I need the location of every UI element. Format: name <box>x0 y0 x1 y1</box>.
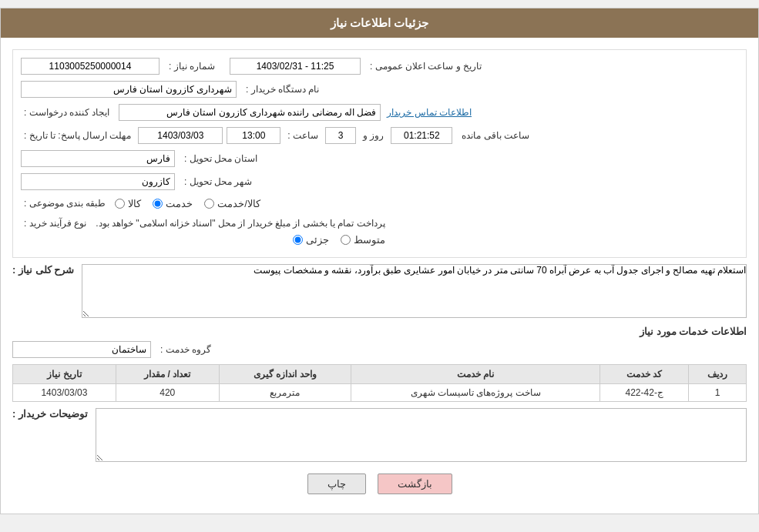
category-radio-kala-khadamat[interactable]: کالا/خدمت <box>204 198 260 209</box>
row-deadline: ساعت باقی مانده روز و ساعت : مهلت ارسال … <box>21 127 738 144</box>
col-unit: واحد اندازه گیری <box>219 365 351 384</box>
service-group-label: گروه خدمت : <box>157 343 214 356</box>
buyer-notes-label: توضیحات خریدار : <box>12 408 88 420</box>
cell-row: 1 <box>689 384 747 402</box>
description-textarea[interactable] <box>82 264 747 318</box>
services-table-container: ردیف کد خدمت نام خدمت واحد اندازه گیری ت… <box>12 364 747 402</box>
radio-kala[interactable] <box>115 199 125 209</box>
remaining-label: ساعت باقی مانده <box>458 129 532 142</box>
row-city: شهر محل تحویل : <box>21 173 738 190</box>
cell-name: ساخت پروژه‌های تاسیسات شهری <box>351 384 599 402</box>
process-radio-medium[interactable]: متوسط <box>341 234 385 246</box>
row-buyer-org: نام دستگاه خریدار : <box>21 81 738 98</box>
cell-date: 1403/03/03 <box>13 384 116 402</box>
process-radio-partial[interactable]: جزئی <box>293 234 329 246</box>
buyer-notes-textarea[interactable] <box>96 408 747 462</box>
days-value[interactable] <box>325 127 356 144</box>
description-label: شرح کلی نیاز : <box>12 264 74 276</box>
province-value[interactable] <box>21 150 175 167</box>
top-info-section: تاریخ و ساعت اعلان عمومی : شماره نیاز : … <box>12 49 747 258</box>
number-value[interactable] <box>21 58 160 75</box>
province-label: استان محل تحویل : <box>181 152 260 166</box>
page-title: جزئیات اطلاعات نیاز <box>331 16 428 29</box>
category-radio-khadamat[interactable]: خدمت <box>153 198 193 209</box>
city-label: شهر محل تحویل : <box>181 175 255 189</box>
buyer-notes-section: توضیحات خریدار : <box>12 408 747 462</box>
deadline-label: مهلت ارسال پاسخ: تا تاریخ : <box>21 129 134 142</box>
button-row: بازگشت چاپ <box>12 473 747 494</box>
radio-partial[interactable] <box>293 235 303 245</box>
cell-unit: مترمربع <box>219 384 351 402</box>
radio-khadamat[interactable] <box>153 199 163 209</box>
announce-label: تاریخ و ساعت اعلان عمومی : <box>367 59 485 73</box>
col-date: تاریخ نیاز <box>13 365 116 384</box>
row-number-date: تاریخ و ساعت اعلان عمومی : شماره نیاز : <box>21 58 738 75</box>
page-header: جزئیات اطلاعات نیاز <box>1 8 758 38</box>
description-section: شرح کلی نیاز : <box>12 264 747 318</box>
services-section-title: اطلاعات خدمات مورد نیاز <box>12 326 747 337</box>
process-label: نوع فرآیند خرید : <box>21 216 89 230</box>
services-table: ردیف کد خدمت نام خدمت واحد اندازه گیری ت… <box>12 364 747 402</box>
remaining-value[interactable] <box>391 127 452 144</box>
time-label: ساعت : <box>284 129 321 142</box>
page-container: جزئیات اطلاعات نیاز تاریخ و ساعت اعلان ع… <box>0 8 759 514</box>
creator-link[interactable]: اطلاعات تماس خریدار <box>387 107 472 118</box>
col-qty: تعداد / مقدار <box>116 365 219 384</box>
date-value[interactable] <box>138 127 223 144</box>
process-note-container: پرداخت تمام یا بخشی از مبلغ خریدار از مح… <box>96 216 385 246</box>
cell-qty: 420 <box>116 384 219 402</box>
row-process: پرداخت تمام یا بخشی از مبلغ خریدار از مح… <box>21 216 738 246</box>
row-creator: اطلاعات تماس خریدار ایجاد کننده درخواست … <box>21 104 738 121</box>
creator-label: ایجاد کننده درخواست : <box>21 105 113 119</box>
announce-group: تاریخ و ساعت اعلان عمومی : <box>230 58 485 75</box>
days-label: روز و <box>360 129 387 142</box>
category-radio-group: کالا/خدمت خدمت کالا <box>115 198 260 209</box>
col-code: کد خدمت <box>600 365 689 384</box>
buyer-org-label: نام دستگاه خریدار : <box>243 82 322 96</box>
remaining-group: ساعت باقی مانده <box>391 127 532 144</box>
radio-medium[interactable] <box>341 235 351 245</box>
radio-kala-khadamat[interactable] <box>204 199 214 209</box>
col-name: نام خدمت <box>351 365 599 384</box>
number-label: شماره نیاز : <box>166 59 218 73</box>
back-button[interactable]: بازگشت <box>378 473 452 494</box>
announce-value[interactable] <box>230 58 361 75</box>
buyer-org-value[interactable] <box>21 81 237 98</box>
creator-value[interactable] <box>119 104 381 121</box>
city-value[interactable] <box>21 173 175 190</box>
row-category: کالا/خدمت خدمت کالا طبقه بندی موضوعی : <box>21 196 738 210</box>
content-area: تاریخ و ساعت اعلان عمومی : شماره نیاز : … <box>1 38 758 514</box>
row-service-group: گروه خدمت : <box>12 341 747 358</box>
category-radio-kala[interactable]: کالا <box>115 198 141 209</box>
col-row: ردیف <box>689 365 747 384</box>
service-group-value[interactable] <box>12 341 151 358</box>
process-radio-group: متوسط جزئی <box>96 234 385 246</box>
process-note: پرداخت تمام یا بخشی از مبلغ خریدار از مح… <box>96 218 385 229</box>
category-label: طبقه بندی موضوعی : <box>21 196 109 210</box>
print-button[interactable]: چاپ <box>307 473 366 494</box>
row-province: استان محل تحویل : <box>21 150 738 167</box>
table-row: 1 ج-42-422 ساخت پروژه‌های تاسیسات شهری م… <box>13 384 747 402</box>
time-value[interactable] <box>227 127 280 144</box>
cell-code: ج-42-422 <box>600 384 689 402</box>
number-group: شماره نیاز : <box>21 58 218 75</box>
